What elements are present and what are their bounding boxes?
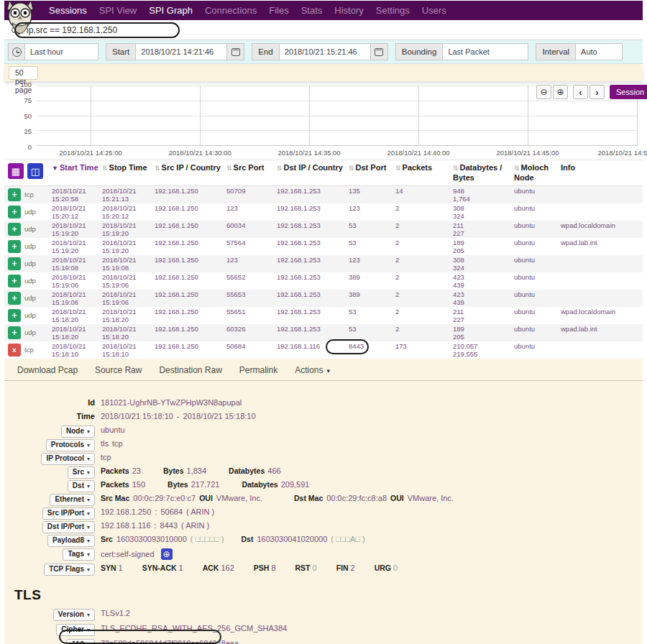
row-action-cell: + <box>4 221 24 238</box>
page-button-[interactable]: « <box>64 0 647 395</box>
dst-oui-value[interactable]: VMware, Inc. <box>408 494 454 502</box>
expand-session-button[interactable]: + <box>8 223 21 236</box>
row-action-cell: + <box>4 186 24 203</box>
tls-cipher-value[interactable]: TLS_ECDHE_RSA_WITH_AES_256_GCM_SHA384 <box>101 624 287 632</box>
tls-ja3-value[interactable]: 72a589da586844d7f0818ce684948eea <box>101 639 239 644</box>
dst-port-value[interactable]: 8443 <box>160 521 178 530</box>
ip-protocol-dropdown[interactable]: IP Protocol <box>41 453 95 465</box>
src-mac-label: Src Mac <box>101 494 129 502</box>
tcp-flag-rst: RST0 <box>295 564 317 572</box>
protocol-cell: udp <box>24 272 52 290</box>
y-tick-label: 50 <box>24 113 32 119</box>
detail-row-src-stats: Src Packets23Bytes1,834Databytes466 <box>4 466 643 480</box>
tag-action-icon[interactable]: ⊕ <box>161 548 173 560</box>
protocol-cell: udp <box>24 203 52 221</box>
dst-stat: Bytes217,721 <box>168 480 219 489</box>
expand-session-button[interactable]: + <box>8 309 21 322</box>
tcp-flag-label: SYN <box>101 564 116 572</box>
ip-protocol-value[interactable]: tcp <box>101 453 111 461</box>
src-ip-value[interactable]: 192.168.1.250 <box>101 507 151 516</box>
src-dropdown[interactable]: Src <box>68 466 95 479</box>
tls-version-dropdown[interactable]: Version <box>53 609 95 621</box>
tcp-flag-label: SYN-ACK <box>142 564 177 572</box>
expand-session-button[interactable]: + <box>8 275 21 288</box>
protocol-value-tls[interactable]: tls <box>101 439 109 448</box>
tls-ja3-dropdown[interactable]: JA3 <box>66 639 95 644</box>
detail-fields: Id 181021-UghrNB-YTwZPHpW3N8apupal Time … <box>4 381 643 577</box>
tcp-flags-dropdown[interactable]: TCP Flags <box>44 564 95 576</box>
tags-dropdown[interactable]: Tags <box>63 548 95 561</box>
expand-session-button[interactable]: + <box>8 326 21 339</box>
detail-row-src-ipport: Src IP/Port 192.168.1.250 : 50684 ( ARIN… <box>4 507 643 521</box>
time-range-icon-button[interactable] <box>8 43 25 60</box>
tcp-flag-ack: ACK162 <box>203 564 234 572</box>
per-page-select[interactable]: 50 per page <box>9 66 38 80</box>
node-dropdown[interactable]: Node <box>61 426 95 438</box>
ipport-separator: : <box>155 507 157 516</box>
src-stat-label: Packets <box>101 466 129 475</box>
src-ipport-dropdown[interactable]: Src IP/Port <box>42 507 95 520</box>
tcp-flag-value: 1 <box>119 564 123 572</box>
expand-session-button[interactable]: + <box>8 240 21 253</box>
protocol-value-tcp[interactable]: tcp <box>112 439 123 448</box>
src-oui-value[interactable]: VMware, Inc. <box>216 494 262 502</box>
row-action-cell: + <box>4 238 24 255</box>
tls-row-version: Version TLSv1.2 <box>4 609 643 624</box>
tag-value[interactable]: cert:self-signed <box>101 550 155 558</box>
detail-row-dst-ipport: Dst IP/Port 192.168.1.116 : 8443 ( ARIN … <box>4 521 643 535</box>
detail-row-payload8: Payload8 Src 1603030093010000 ( □□□□□ ) … <box>4 535 643 548</box>
tcp-flag-value: 2 <box>351 564 355 572</box>
dst-geo-value: ( ARIN ) <box>181 521 209 530</box>
expand-session-button[interactable]: + <box>8 206 21 218</box>
time-separator: - <box>177 412 180 420</box>
row-action-cell: + <box>4 255 24 272</box>
payload8-dropdown[interactable]: Payload8 <box>47 535 95 547</box>
protocol-cell: udp <box>24 324 52 341</box>
protocols-dropdown[interactable]: Protocols <box>46 439 95 451</box>
protocols-values: tlstcp <box>101 439 123 448</box>
tcp-flag-label: RST <box>295 564 311 572</box>
ethernet-dropdown[interactable]: Ethernet <box>50 494 95 506</box>
tcp-flags-values: SYN1SYN-ACK1ACK162PSH8RST0FIN2URG0 <box>101 564 413 572</box>
detail-row-tags: Tags cert:self-signed ⊕ <box>4 548 643 564</box>
payload8-dst-label: Dst <box>242 535 254 543</box>
expand-session-button[interactable]: + <box>8 257 21 270</box>
expand-session-button[interactable]: + <box>8 188 21 201</box>
grid-view-icon[interactable]: ▦ <box>8 163 24 179</box>
detail-row-time: Time 2018/10/21 15:18:10 - 2018/10/21 15… <box>4 412 643 426</box>
node-value[interactable]: ubuntu <box>101 426 125 434</box>
protocol-cell: udp <box>24 290 52 307</box>
src-stat-value: 1,834 <box>187 466 207 475</box>
src-stat: Bytes1,834 <box>163 466 206 475</box>
src-port-value[interactable]: 50684 <box>160 507 183 516</box>
row-action-cell: + <box>4 272 24 290</box>
expand-session-button[interactable]: + <box>8 292 21 305</box>
y-tick-label: 0 <box>28 144 32 150</box>
tls-section-heading: TLS <box>14 587 643 603</box>
session-id-value[interactable]: 181021-UghrNB-YTwZPHpW3N8apupal <box>101 398 242 407</box>
tls-version-value[interactable]: TLSv1.2 <box>101 609 130 617</box>
column-config-icon[interactable]: ◫ <box>27 163 43 179</box>
moloch-owl-logo[interactable] <box>5 0 35 35</box>
dst-ipport-dropdown[interactable]: Dst IP/Port <box>42 521 95 533</box>
tls-row-cipher: Cipher TLS_ECDHE_RSA_WITH_AES_256_GCM_SH… <box>4 624 643 639</box>
tcp-flag-label: URG <box>375 564 391 572</box>
tcp-flag-value: 162 <box>221 564 234 572</box>
payload8-dst-value[interactable]: 1603030041020000 <box>257 535 327 543</box>
protocol-cell: udp <box>24 221 52 238</box>
protocol-cell: tcp <box>24 341 52 359</box>
tls-row-ja3: JA3 72a589da586844d7f0818ce684948eea <box>4 639 643 644</box>
dst-dropdown[interactable]: Dst <box>68 480 95 492</box>
tcp-flag-psh: PSH8 <box>254 564 276 572</box>
payload8-src-value[interactable]: 1603030093010000 <box>116 535 187 543</box>
collapse-session-button[interactable]: × <box>8 344 21 356</box>
time-label: Time <box>77 412 95 420</box>
tls-cipher-dropdown[interactable]: Cipher <box>56 624 95 636</box>
row-action-cell: + <box>4 290 24 307</box>
dst-ip-value[interactable]: 192.168.1.116 <box>101 521 151 530</box>
dst-stat-label: Databytes <box>242 480 277 489</box>
pagination-pages: «‹12›» <box>64 0 647 395</box>
src-mac-value[interactable]: 00:0c:29:7c:e0:c7 <box>133 494 196 502</box>
dst-mac-value[interactable]: 00:0c:29:fc:c8:a8 <box>326 494 387 502</box>
dst-stat-value: 217,721 <box>191 480 220 489</box>
